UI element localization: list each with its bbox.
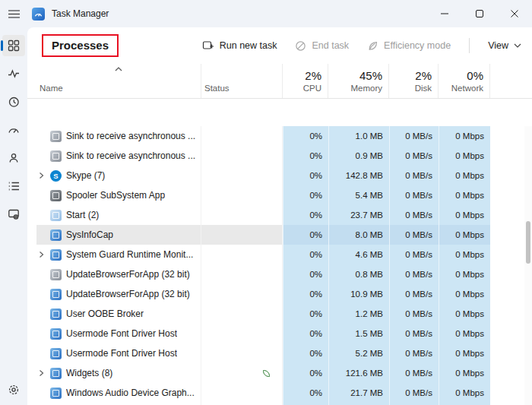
process-name: Windows Audio Device Graph... <box>66 388 195 398</box>
column-header-name[interactable]: Name <box>36 64 201 98</box>
memory-cell: 5.4 MB <box>328 185 389 205</box>
disk-cell: 0 MB/s <box>389 185 439 205</box>
close-icon <box>511 10 518 17</box>
sidebar-item-users[interactable] <box>2 147 25 169</box>
run-new-task-button[interactable]: Run new task <box>202 40 277 52</box>
cpu-cell: 0% <box>283 284 328 304</box>
cpu-cell: 0% <box>283 343 328 363</box>
table-row[interactable]: System Guard Runtime Monit... 0% 4.6 MB … <box>27 245 532 264</box>
status-cell <box>201 205 283 225</box>
sidebar-item-services[interactable] <box>2 204 25 225</box>
sidebar-item-details[interactable] <box>2 176 25 197</box>
table-row[interactable]: Start (2) 0% 23.7 MB 0 MB/s 0 Mbps <box>27 205 532 225</box>
table-row[interactable]: Sink to receive asynchronous ... 0% 1.0 … <box>27 126 532 146</box>
users-icon <box>8 152 20 164</box>
sidebar-item-startup-apps[interactable] <box>2 119 25 141</box>
memory-cell: 21.7 MB <box>328 383 389 403</box>
process-name: UpdateBrowserForApp (32 bit) <box>66 289 190 299</box>
column-header-disk[interactable]: 2% Disk <box>389 64 439 98</box>
disk-cell: 0 MB/s <box>389 205 439 225</box>
settings-icon <box>8 384 20 396</box>
process-icon <box>50 308 62 320</box>
cpu-cell: 0% <box>283 126 328 146</box>
network-cell: 0 Mbps <box>439 185 490 205</box>
network-cell: 0 Mbps <box>439 343 490 363</box>
column-header-status[interactable]: Status <box>201 64 283 98</box>
titlebar: Task Manager <box>0 0 532 27</box>
sidebar-item-settings[interactable] <box>2 379 25 400</box>
memory-cell: 10.9 MB <box>328 284 389 304</box>
table-row[interactable]: Windows Audio Device Graph... 0% 21.7 MB… <box>27 383 532 403</box>
table-row[interactable]: User OOBE Broker 0% 1.2 MB 0 MB/s 0 Mbps <box>27 304 532 324</box>
minimize-icon <box>441 10 448 17</box>
status-cell <box>201 126 283 146</box>
memory-cell: 23.7 MB <box>328 205 389 225</box>
scrollbar-thumb[interactable] <box>526 221 530 264</box>
table-row[interactable]: Skype (7) 0% 142.8 MB 0 MB/s 0 Mbps <box>27 166 532 185</box>
process-name: Spooler SubSystem App <box>66 190 165 201</box>
process-icon <box>50 131 62 142</box>
end-task-label: End task <box>312 40 349 51</box>
network-cell: 0 Mbps <box>439 146 490 166</box>
expand-chevron-icon[interactable] <box>36 172 46 179</box>
network-cell: 0 Mbps <box>439 304 490 324</box>
view-label: View <box>488 40 508 51</box>
column-header-cpu[interactable]: 2% CPU <box>283 64 328 98</box>
memory-cell: 8.0 MB <box>328 225 389 245</box>
efficiency-mode-label: Efficiency mode <box>384 40 451 51</box>
table-row[interactable]: UpdateBrowserForApp (32 bit) 0% 10.9 MB … <box>27 284 532 304</box>
status-cell <box>201 363 283 383</box>
network-cell: 0 Mbps <box>439 264 490 284</box>
memory-column-label: Memory <box>350 84 382 93</box>
network-cell: 0 Mbps <box>439 126 490 146</box>
memory-cell: 142.8 MB <box>328 166 389 185</box>
content-panel: Processes Run new task End task Efficien… <box>27 27 532 405</box>
efficiency-mode-button[interactable]: Efficiency mode <box>367 40 451 52</box>
table-row[interactable]: UpdateBrowserForApp (32 bit) 0% 0.8 MB 0… <box>27 264 532 284</box>
sidebar-item-processes[interactable] <box>2 35 25 56</box>
sidebar-item-performance[interactable] <box>2 63 25 84</box>
table-row[interactable]: Sink to receive asynchronous ... 0% 0.9 … <box>27 146 532 166</box>
cpu-cell: 0% <box>283 205 328 225</box>
process-name: Sink to receive asynchronous ... <box>66 150 195 161</box>
hamburger-menu-button[interactable] <box>0 0 27 27</box>
table-row[interactable]: SysInfoCap 0% 8.0 MB 0 MB/s 0 Mbps <box>27 225 532 245</box>
end-task-button[interactable]: End task <box>295 40 349 52</box>
status-cell <box>201 284 283 304</box>
cpu-cell: 0% <box>283 245 328 264</box>
network-total-usage: 0% <box>467 69 483 82</box>
table-row[interactable]: Usermode Font Driver Host 0% 1.5 MB 0 MB… <box>27 324 532 343</box>
column-header-memory[interactable]: 45% Memory <box>328 64 389 98</box>
status-cell <box>201 166 283 185</box>
vertical-scrollbar[interactable] <box>524 126 532 405</box>
expand-chevron-icon[interactable] <box>36 369 46 377</box>
status-cell <box>201 324 283 343</box>
view-dropdown-button[interactable]: View <box>488 40 521 51</box>
maximize-button[interactable] <box>462 0 497 27</box>
minimize-button[interactable] <box>427 0 462 27</box>
status-cell <box>201 383 283 403</box>
sidebar-item-app-history[interactable] <box>2 91 25 112</box>
network-cell: 0 Mbps <box>439 225 490 245</box>
process-icon <box>50 388 62 399</box>
end-task-icon <box>295 40 306 52</box>
column-header-filler <box>490 64 532 98</box>
close-button[interactable] <box>497 0 532 27</box>
disk-cell: 0 MB/s <box>389 304 439 324</box>
table-row[interactable]: Spooler SubSystem App 0% 5.4 MB 0 MB/s 0… <box>27 185 532 205</box>
column-header-network[interactable]: 0% Network <box>439 64 490 98</box>
table-row[interactable]: Widgets (8) 0% 121.6 MB 0 MB/s 0 Mbps <box>27 363 532 383</box>
table-row[interactable]: Usermode Font Driver Host 0% 5.2 MB 0 MB… <box>27 343 532 363</box>
process-name: Widgets (8) <box>66 368 112 378</box>
network-cell: 0 Mbps <box>439 284 490 304</box>
disk-cell: 0 MB/s <box>389 383 439 403</box>
memory-total-usage: 45% <box>359 69 382 82</box>
memory-cell: 1.2 MB <box>328 304 389 324</box>
process-icon <box>50 269 62 280</box>
startup-apps-icon <box>8 124 20 136</box>
cpu-cell: 0% <box>283 324 328 343</box>
expand-chevron-icon[interactable] <box>36 251 46 258</box>
disk-column-label: Disk <box>415 84 432 93</box>
toolbar: Run new task End task Efficiency mode Vi… <box>202 38 521 53</box>
memory-cell: 5.2 MB <box>328 343 389 363</box>
